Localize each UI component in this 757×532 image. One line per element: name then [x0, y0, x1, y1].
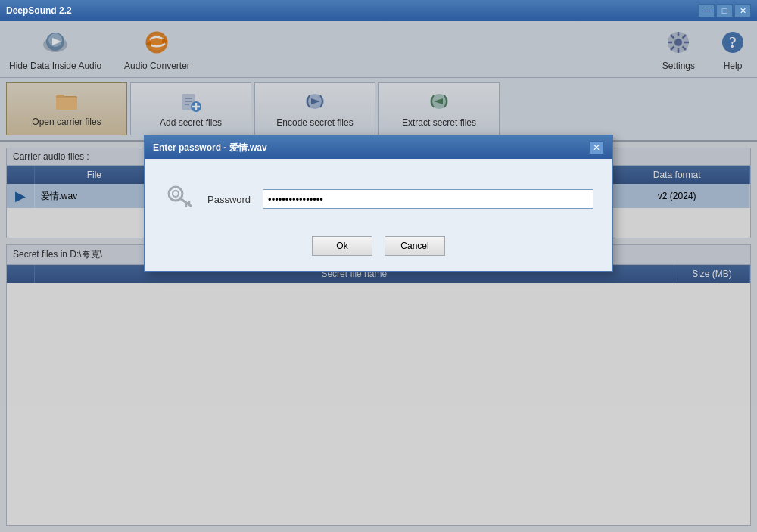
modal-overlay: Enter password - 爱情.wav ✕ Password [0, 21, 757, 532]
close-button[interactable]: ✕ [734, 4, 751, 17]
password-dialog: Enter password - 爱情.wav ✕ Password [144, 135, 613, 272]
minimize-button[interactable]: ─ [698, 4, 715, 17]
dialog-buttons: Ok Cancel [164, 233, 593, 256]
password-label: Password [207, 194, 251, 205]
dialog-content: Password Ok Cancel [145, 159, 612, 271]
cancel-button[interactable]: Cancel [385, 236, 445, 256]
app-title: DeepSound 2.2 [6, 5, 72, 16]
dialog-close-button[interactable]: ✕ [589, 141, 604, 154]
password-input[interactable] [263, 189, 593, 209]
title-bar: DeepSound 2.2 ─ □ ✕ [0, 0, 757, 21]
password-row: Password [164, 180, 593, 218]
window-controls: ─ □ ✕ [698, 4, 751, 17]
key-icon [164, 180, 195, 218]
ok-button[interactable]: Ok [312, 236, 372, 256]
dialog-title: Enter password - 爱情.wav [153, 142, 267, 154]
maximize-button[interactable]: □ [716, 4, 733, 17]
svg-point-34 [173, 191, 179, 197]
dialog-titlebar: Enter password - 爱情.wav ✕ [145, 136, 612, 159]
